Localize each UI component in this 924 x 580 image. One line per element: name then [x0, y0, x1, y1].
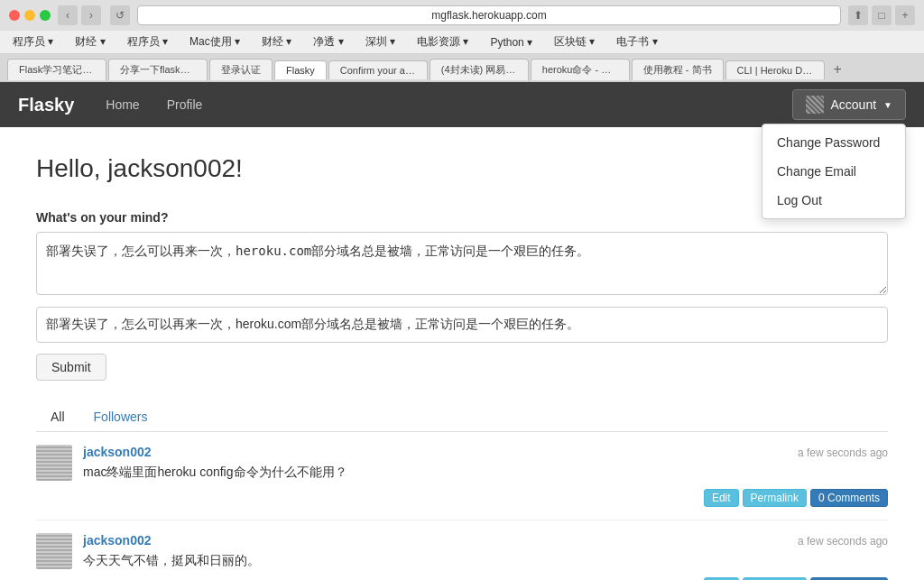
menu-programmer2[interactable]: 程序员 ▾: [124, 32, 171, 51]
new-tab-icon[interactable]: +: [827, 58, 849, 81]
tab-email[interactable]: (4封未读) 网易邮...: [430, 59, 529, 80]
post-body: jackson002 a few seconds ago 今天天气不错，挺风和日…: [83, 533, 888, 580]
post-item: jackson002 a few seconds ago 今天天气不错，挺风和日…: [36, 520, 888, 580]
menu-finance[interactable]: 财经 ▾: [71, 32, 108, 51]
browser-nav: ‹ ›: [58, 5, 101, 25]
bookmark-button[interactable]: □: [872, 5, 892, 25]
avatar: [36, 533, 72, 569]
avatar: [806, 96, 824, 114]
browser-menubar: 程序员 ▾ 财经 ▾ 程序员 ▾ Mac使用 ▾ 财经 ▾ 净透 ▾ 深圳 ▾ …: [0, 31, 924, 54]
tab-heroku-cli[interactable]: CLI | Heroku De...: [725, 60, 825, 79]
avatar: [36, 445, 72, 481]
tab-heroku-cmd[interactable]: heroku命令 - 接...: [531, 59, 630, 80]
tab-flask-notes[interactable]: Flask学习笔记 |...: [7, 59, 106, 80]
back-button[interactable]: ‹: [58, 5, 78, 25]
navbar-links: Home Profile: [92, 84, 216, 125]
tab-all[interactable]: All: [36, 402, 79, 431]
permalink-button[interactable]: Permalink: [743, 489, 807, 507]
menu-ebooks[interactable]: 电子书 ▾: [613, 32, 661, 51]
form-label: What's on your mind?: [36, 210, 888, 225]
navbar-profile[interactable]: Profile: [153, 84, 217, 125]
menu-filter[interactable]: 净透 ▾: [310, 32, 346, 51]
dropdown-change-email[interactable]: Change Email: [762, 157, 905, 186]
dropdown-logout[interactable]: Log Out: [762, 186, 905, 215]
post-body: jackson002 a few seconds ago mac终端里面hero…: [83, 445, 888, 507]
post-actions: Edit Permalink 0 Comments: [83, 489, 888, 507]
account-button[interactable]: Account ▼: [792, 89, 907, 120]
dropdown-change-password[interactable]: Change Password: [762, 128, 905, 157]
feed-tabs: All Followers: [36, 402, 888, 432]
submit-button[interactable]: Submit: [36, 354, 106, 381]
account-dropdown: Change Password Change Email Log Out: [762, 124, 906, 219]
navbar-brand[interactable]: Flasky: [18, 95, 74, 115]
post-author[interactable]: jackson002: [83, 533, 152, 548]
menu-shenzhen[interactable]: 深圳 ▾: [362, 32, 399, 51]
browser-tabs: Flask学习笔记 |... 分享一下flask程... 登录认证 Flasky…: [0, 54, 924, 81]
browser-titlebar: ‹ › ↺ mgflask.herokuapp.com ⬆ □ +: [0, 0, 924, 31]
chevron-down-icon: ▼: [883, 100, 892, 110]
browser-chrome: ‹ › ↺ mgflask.herokuapp.com ⬆ □ + 程序员 ▾ …: [0, 0, 924, 82]
maximize-button[interactable]: [40, 10, 51, 21]
post-header: jackson002 a few seconds ago: [83, 445, 888, 459]
tab-login[interactable]: 登录认证: [209, 59, 273, 80]
post-text: 今天天气不错，挺风和日丽的。: [83, 551, 888, 570]
url-bar[interactable]: mgflask.herokuapp.com: [137, 5, 841, 25]
post-textarea[interactable]: [36, 232, 888, 295]
navbar: Flasky Home Profile Account ▼ Change Pas…: [0, 82, 924, 127]
post-preview: 部署失误了，怎么可以再来一次，heroku.com部分域名总是被墙，正常访问是一…: [36, 307, 888, 343]
menu-python[interactable]: Python ▾: [486, 34, 536, 51]
menu-movies[interactable]: 电影资源 ▾: [413, 32, 472, 51]
comments-button[interactable]: 0 Comments: [810, 489, 888, 507]
account-label: Account: [831, 97, 877, 112]
post-form: What's on your mind? 部署失误了，怎么可以再来一次，hero…: [36, 210, 888, 381]
minimize-button[interactable]: [24, 10, 35, 21]
navbar-home[interactable]: Home: [92, 84, 152, 125]
close-button[interactable]: [9, 10, 20, 21]
tab-followers[interactable]: Followers: [79, 402, 162, 431]
menu-finance2[interactable]: 财经 ▾: [258, 32, 295, 51]
post-item: jackson002 a few seconds ago mac终端里面hero…: [36, 432, 888, 520]
post-time: a few seconds ago: [798, 535, 888, 548]
tab-flask-share[interactable]: 分享一下flask程...: [108, 59, 208, 80]
post-author[interactable]: jackson002: [83, 445, 152, 459]
menu-blockchain[interactable]: 区块链 ▾: [550, 32, 598, 51]
forward-button[interactable]: ›: [81, 5, 101, 25]
post-text: mac终端里面heroku config命令为什么不能用？: [83, 463, 888, 482]
browser-actions: ⬆ □ +: [848, 5, 915, 25]
tab-confirm[interactable]: Confirm your ac...: [328, 60, 428, 79]
tab-tutorial[interactable]: 使用教程 - 简书: [632, 59, 724, 80]
new-tab-button[interactable]: +: [895, 5, 915, 25]
edit-button[interactable]: Edit: [704, 489, 739, 507]
refresh-button[interactable]: ↺: [110, 5, 130, 25]
navbar-account: Account ▼ Change Password Change Email L…: [792, 89, 907, 120]
page-title: Hello, jackson002!: [36, 154, 888, 183]
post-header: jackson002 a few seconds ago: [83, 533, 888, 548]
traffic-lights: [9, 10, 51, 21]
menu-programmer[interactable]: 程序员 ▾: [9, 32, 57, 51]
menu-mac[interactable]: Mac使用 ▾: [186, 32, 244, 51]
post-time: a few seconds ago: [798, 447, 888, 459]
share-button[interactable]: ⬆: [848, 5, 868, 25]
tab-flasky[interactable]: Flasky: [274, 60, 327, 79]
